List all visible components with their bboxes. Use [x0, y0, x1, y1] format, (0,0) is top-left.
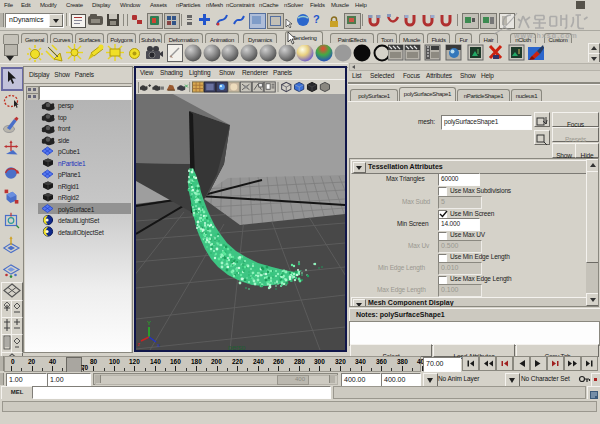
svg-text:z: z	[137, 341, 140, 347]
svg-text:Y: Y	[147, 320, 151, 326]
svg-text:www.hxsd.com: www.hxsd.com	[513, 32, 578, 39]
svg-text:persp: persp	[228, 344, 246, 350]
svg-text:x: x	[157, 342, 160, 348]
